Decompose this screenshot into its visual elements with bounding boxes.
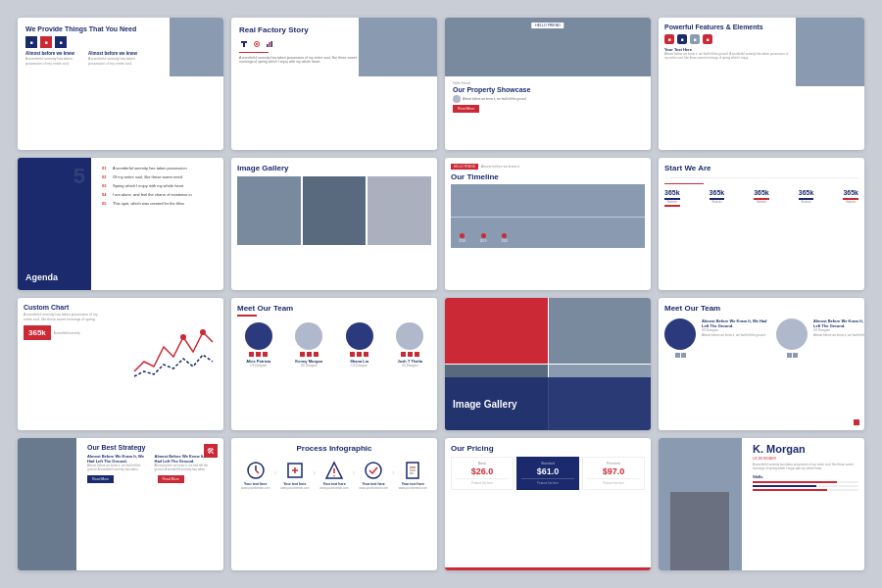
team-member-3: Shana Liu UX Designer: [346, 322, 373, 368]
slide-15-bottom-bar: [445, 567, 651, 570]
slide-16-skills-title: Skills: [753, 474, 858, 479]
social-1a: [249, 352, 254, 357]
team2-text-2: Almost before we knew it, we had left th…: [813, 334, 864, 338]
proc-icon-1: [246, 461, 266, 480]
member-role-2: UX Designer: [295, 364, 322, 368]
agenda-item-1: 01 A wonderful serenity has taken posses…: [102, 166, 218, 171]
slide-7-title: Our Timeline: [451, 172, 645, 181]
svg-rect-4: [267, 44, 269, 47]
slide-10-title: Meet Our Team: [237, 304, 431, 313]
soc-sm-1: [675, 353, 680, 358]
team2-name-1: Almost Before We Knew It, We Had Left Th…: [702, 318, 770, 328]
proc-text-3: www.yourdomain.com: [316, 487, 352, 491]
slide-13-title: Our Best Strategy: [87, 444, 218, 451]
stat-3: 365k Statistic: [754, 189, 769, 207]
slide-2-body: A wonderful serenity has taken possessio…: [239, 56, 357, 66]
proc-text-1: www.yourdomain.com: [237, 487, 273, 491]
gallery-thumb-1: [237, 176, 301, 245]
icon-2: ■: [40, 36, 52, 48]
team2-social-2: [787, 353, 798, 358]
member-name-1: Alice Patricia: [245, 359, 272, 364]
avatar-2: [295, 322, 322, 350]
slide-14: Process Infographic Your text here www.y…: [231, 438, 437, 570]
social-3c: [364, 352, 368, 357]
team2-role-2: UX Designer: [813, 328, 864, 332]
slide-8-accent: [664, 183, 704, 184]
slide-3-subtitle: Hello friend: [453, 81, 643, 85]
tl-dot-2: [481, 233, 486, 238]
icon-chart: [265, 39, 274, 49]
slide-9: Custom Chart A wonderful serenity has ta…: [18, 298, 223, 430]
team2-name-2: Almost Before We Knew It, We Had Left Th…: [813, 318, 864, 328]
svg-point-3: [256, 43, 258, 45]
timeline-bar: [451, 217, 645, 218]
member-role-1: UX Designer: [245, 364, 272, 368]
member-name-2: Kenny Morgan: [295, 359, 322, 364]
team2-role-1: UX Designer: [702, 328, 770, 332]
process-step-4: Your text here www.yourdomain.com: [355, 461, 391, 491]
cell-1: [445, 298, 548, 364]
stat-1-label: Statistic: [664, 200, 680, 204]
slide-13-btn2[interactable]: Read More: [158, 475, 184, 483]
sub1-text: A wonderful serenity has taken possessio…: [25, 57, 84, 66]
slide-16: K. Morgan UX DESIGNER A wonderful sereni…: [659, 438, 864, 570]
col1-text: Almost before we knew it, we had left th…: [87, 465, 151, 472]
stat-2-num: 365k: [710, 189, 725, 196]
slide-6-title: Image Gallery: [237, 164, 431, 172]
slide-2-image: [359, 18, 437, 76]
slide-3-person: Almost before we knew it, we had left th…: [463, 97, 527, 101]
col1-title: Almost Before We Knew It, We Had Left Th…: [87, 454, 151, 464]
slide-13-btn1[interactable]: Read More: [87, 475, 114, 483]
item-text-3: Spring which I enjoy with my whole heart: [113, 183, 183, 188]
svg-line-11: [256, 470, 259, 473]
svg-rect-5: [269, 42, 270, 47]
person-silhouette: [670, 492, 729, 570]
slide-5: 5 Agenda 01 A wonderful serenity has tak…: [18, 158, 223, 290]
slide-6: Image Gallery: [231, 158, 437, 290]
tl-item-1: 2018: [459, 233, 466, 243]
stat-1: 365k Statistic: [664, 189, 680, 207]
social-2a: [300, 352, 305, 357]
sub2-label: Almost before we knew: [88, 51, 147, 56]
plan-divider-1: [456, 478, 509, 479]
plan-features-3: Feature list here: [587, 481, 640, 485]
agenda-item-4: 04 I am alone, and feel the charm of exi…: [102, 192, 218, 197]
stat-5-num: 365k: [843, 189, 858, 196]
slides-grid: We Provide Things That You Need ■ ■ ■ Al…: [6, 6, 876, 582]
team2-member-1: Almost Before We Knew It, We Had Left Th…: [664, 318, 770, 358]
process-step-1: Your text here www.yourdomain.com: [237, 461, 273, 491]
slide-16-name: K. Morgan: [753, 444, 858, 455]
slide-4-image: [796, 18, 864, 86]
stat-4-num: 365k: [799, 189, 814, 196]
slide-14-title: Process Infographic: [237, 444, 431, 453]
icon-3: ■: [55, 36, 67, 48]
soc-sm-4: [793, 353, 798, 358]
slide-3: HELLO FRIEND Hello friend Our Property S…: [445, 18, 651, 150]
item-text-1: A wonderful serenity has taken possessio…: [113, 166, 187, 171]
tl-dot-3: [502, 233, 507, 238]
tl-item-3: 2020: [501, 233, 508, 243]
item-text-2: Of my entire soul, like these sweet need: [113, 174, 182, 179]
social-2c: [314, 352, 318, 357]
svg-rect-6: [271, 41, 273, 47]
svg-point-7: [180, 334, 186, 340]
pricing-plan-1: Basic $26.0 Feature list here: [451, 457, 514, 490]
soc-sm-3: [787, 353, 792, 358]
plan-divider-3: [587, 478, 640, 479]
avatar-3: [346, 322, 373, 350]
proc-icon-4: [364, 461, 383, 480]
slide-3-btn[interactable]: Read More: [453, 105, 479, 113]
cell-2: [549, 298, 652, 364]
slide-16-role: UX DESIGNER: [753, 457, 858, 461]
slide-8-title: Start We Are: [664, 164, 858, 172]
stat-5-label: Statistic: [843, 200, 858, 204]
slide-1: We Provide Things That You Need ■ ■ ■ Al…: [18, 18, 223, 150]
stat-1-num: 365k: [664, 189, 680, 196]
slide-8-divider: [664, 177, 858, 178]
slide-5-label: Agenda: [25, 272, 58, 282]
slide-12: Meet Our Team Almost Before We Knew It, …: [659, 298, 864, 430]
stat-3-label: Statistic: [754, 200, 769, 204]
proc-icon-5: [403, 461, 422, 480]
slide-7-tag-text: Almost before we knew it: [481, 165, 519, 169]
slide-11-overlay: Image Gallery: [445, 377, 651, 430]
